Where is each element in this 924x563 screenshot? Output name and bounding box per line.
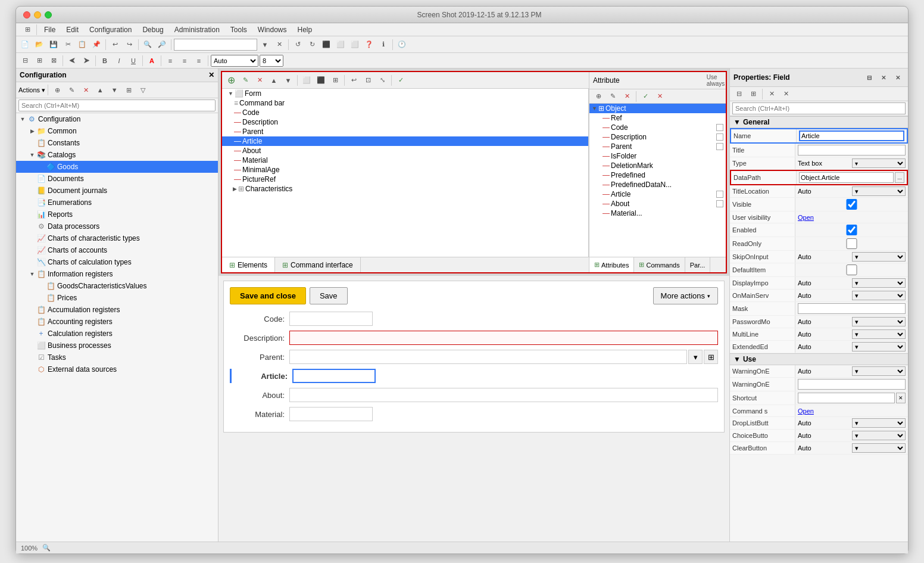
sidebar-item-documents[interactable]: 📄 Documents: [16, 173, 218, 185]
attr-tab-attributes[interactable]: ⊞ Attributes: [589, 257, 634, 272]
props-tb1[interactable]: ⊟: [732, 88, 745, 101]
fe-group[interactable]: ⬜: [300, 74, 313, 87]
attr-tree-object[interactable]: ▼ ⊞ Object: [589, 104, 726, 113]
form-tree-description[interactable]: — Description: [222, 117, 588, 127]
code-checkbox[interactable]: [716, 124, 723, 131]
sidebar-item-constants[interactable]: 📋 Constants: [16, 137, 218, 149]
fe-delete[interactable]: ✕: [253, 74, 266, 87]
tb-btn6[interactable]: ↻: [305, 38, 319, 51]
sidebar-item-dataproc[interactable]: ⚙ Data processors: [16, 220, 218, 232]
fe-edit[interactable]: ✎: [239, 74, 252, 87]
menu-grid-icon[interactable]: ⊞: [21, 23, 34, 36]
sidebar-item-acct-reg[interactable]: 📋 Accounting registers: [16, 316, 218, 328]
sidebar-edit-icon[interactable]: ✎: [65, 83, 78, 97]
tb2-btn1[interactable]: ⊟: [18, 54, 32, 67]
menu-file[interactable]: File: [39, 24, 60, 35]
form-tree-code[interactable]: — Code: [222, 108, 588, 117]
sidebar-item-goods[interactable]: 🔷 Goods: [16, 161, 218, 173]
props-value-displayimpo[interactable]: Auto ▾: [795, 277, 908, 289]
sidebar-item-charts-acct[interactable]: 📈 Charts of accounts: [16, 244, 218, 256]
sidebar-item-enumerations[interactable]: 📑 Enumerations: [16, 197, 218, 209]
maximize-button[interactable]: [45, 11, 52, 18]
tb2-align-left[interactable]: ≡: [164, 54, 177, 67]
fe-up[interactable]: ▲: [267, 74, 280, 87]
tb-cut[interactable]: ✂: [61, 38, 74, 51]
tb-btn8[interactable]: ⬜: [334, 38, 347, 51]
attr-toolbar-btn1[interactable]: ⊕: [592, 90, 605, 103]
props-value-title[interactable]: [795, 144, 908, 157]
sidebar-item-accum-reg[interactable]: 📋 Accumulation registers: [16, 304, 218, 316]
form-tree-article[interactable]: — Article: [222, 136, 588, 146]
clearbutton-select[interactable]: ▾: [852, 443, 906, 453]
sidebar-actions-label[interactable]: Actions ▾: [18, 86, 45, 94]
sidebar-item-common[interactable]: ▶ 📁 Common: [16, 125, 218, 137]
more-actions-button[interactable]: More actions ▾: [653, 287, 718, 304]
props-value-skiponinput[interactable]: Auto ▾: [795, 251, 908, 263]
tb2-align-right[interactable]: ≡: [192, 54, 205, 67]
droplistbutt-select[interactable]: ▾: [852, 418, 906, 428]
tb2-italic[interactable]: I: [113, 54, 126, 67]
about-checkbox[interactable]: [716, 200, 723, 207]
sidebar-item-goods-char[interactable]: 📋 GoodsCharacteristicsValues: [16, 280, 218, 292]
tb-btn7[interactable]: ⬛: [320, 38, 333, 51]
props-value-name[interactable]: [797, 129, 907, 142]
props-value-readonly[interactable]: [795, 237, 908, 250]
menu-windows[interactable]: Windows: [253, 24, 292, 35]
tab-command-interface[interactable]: ⊞ Command interface: [275, 257, 361, 272]
props-tb2[interactable]: ⊞: [747, 88, 760, 101]
name-input[interactable]: [799, 130, 904, 141]
props-value-titleloc[interactable]: Auto ▾: [795, 185, 908, 197]
attr-tree-material[interactable]: — Material...: [589, 209, 726, 218]
fe-check[interactable]: ✓: [394, 74, 407, 87]
fe-resize[interactable]: ⤡: [376, 74, 389, 87]
tb2-bold[interactable]: B: [98, 54, 111, 67]
type-select[interactable]: ▾: [852, 158, 906, 168]
sidebar-filter-icon[interactable]: ▽: [136, 83, 149, 97]
menu-debug[interactable]: Debug: [138, 24, 168, 35]
tb-btn9[interactable]: ⬜: [348, 38, 361, 51]
titleloc-select[interactable]: ▾: [852, 186, 906, 196]
sidebar-item-configuration[interactable]: ▼ ⚙ Configuration: [16, 113, 218, 125]
field-input-article[interactable]: [292, 369, 376, 383]
tb2-btn5[interactable]: ⮞: [80, 54, 93, 67]
sidebar-item-charts-calc[interactable]: 📉 Charts of calculation types: [16, 256, 218, 268]
form-tree-material[interactable]: — Material: [222, 155, 588, 165]
tb-save[interactable]: 💾: [47, 38, 60, 51]
fe-table[interactable]: ⊞: [329, 74, 342, 87]
attr-tree-about[interactable]: — About: [589, 199, 726, 209]
warningone1-select[interactable]: ▾: [852, 366, 906, 376]
tb2-underline[interactable]: U: [127, 54, 140, 67]
sidebar-item-tasks[interactable]: ☑ Tasks: [16, 352, 218, 363]
desc-checkbox[interactable]: [716, 133, 723, 141]
shortcut-input[interactable]: [798, 393, 895, 403]
tb2-btn2[interactable]: ⊞: [33, 54, 46, 67]
attr-tree-deletionmark[interactable]: — DeletionMark: [589, 161, 726, 170]
readonly-checkbox[interactable]: [798, 238, 906, 249]
title-input[interactable]: [798, 145, 906, 155]
attr-use-always-btn[interactable]: Use always: [709, 74, 722, 87]
onmainserv-select[interactable]: ▾: [852, 291, 906, 300]
attr-tree-predefined[interactable]: — Predefined: [589, 170, 726, 180]
shortcut-clear-btn[interactable]: ✕: [896, 393, 906, 403]
menu-administration[interactable]: Administration: [170, 24, 224, 35]
attr-tree-description[interactable]: — Description: [589, 132, 726, 142]
menu-edit[interactable]: Edit: [61, 24, 83, 35]
attr-tree-parent[interactable]: — Parent: [589, 142, 726, 151]
props-value-shortcut[interactable]: ✕: [795, 391, 908, 405]
props-close-icon[interactable]: ✕: [891, 71, 904, 84]
tb2-color[interactable]: A: [145, 54, 158, 67]
tb-find[interactable]: 🔍: [141, 38, 154, 51]
props-value-choicebutto[interactable]: Auto ▾: [795, 430, 908, 441]
tb2-btn4[interactable]: ⮜: [65, 54, 79, 67]
tab-elements[interactable]: ⊞ Elements: [222, 257, 275, 272]
parent-open-btn[interactable]: ⊞: [704, 350, 718, 364]
form-tree-parent[interactable]: — Parent: [222, 127, 588, 136]
field-input-material[interactable]: [289, 407, 373, 421]
props-btn1[interactable]: ⊟: [863, 71, 876, 84]
form-tree-form[interactable]: ▼ ⬜ Form: [222, 89, 588, 98]
attr-tree-article[interactable]: — Article: [589, 189, 726, 199]
fe-crop[interactable]: ⊡: [361, 74, 374, 87]
props-value-droplistbutt[interactable]: Auto ▾: [795, 417, 908, 429]
datapath-browse-btn[interactable]: ...: [895, 172, 904, 183]
size-select[interactable]: 8: [260, 55, 283, 67]
